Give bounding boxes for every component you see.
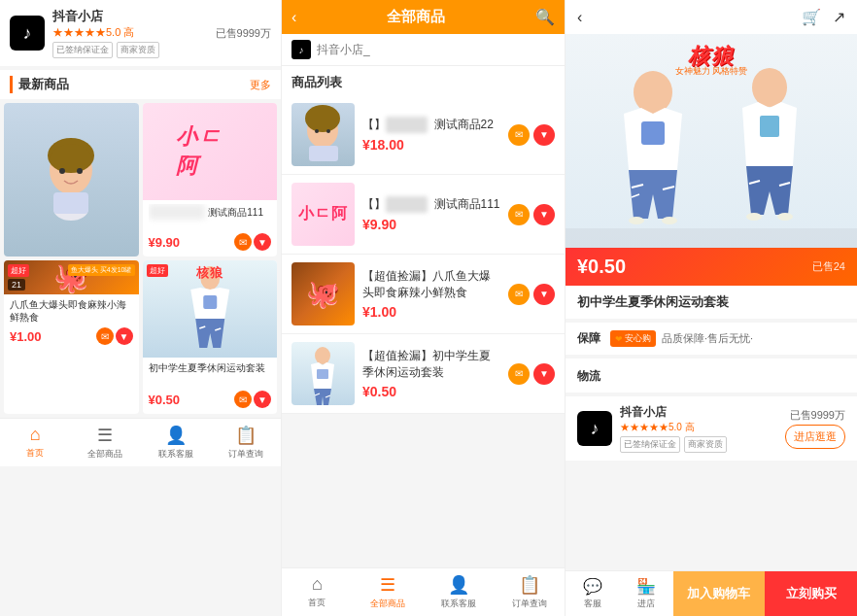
more-link[interactable]: 更多 — [250, 78, 271, 92]
product-card-1[interactable]: ██████测试商品22 ¥18.00 ✉ ▼ — [4, 103, 139, 257]
shop-name: 抖音小店 — [52, 8, 208, 25]
svg-point-13 — [326, 129, 330, 133]
list-mail-btn-2[interactable]: ✉ — [508, 204, 530, 225]
list-buy-btn-2[interactable]: ▼ — [533, 204, 555, 225]
share-icon[interactable]: ↗ — [833, 8, 845, 26]
list-buy-btn-1[interactable]: ▼ — [533, 124, 555, 146]
panel-all-products: ‹ 全部商品 🔍 ♪ 商品列表 【】████ 测试商品22 — [282, 0, 566, 616]
all-products-header: ‹ 全部商品 🔍 — [282, 0, 565, 34]
logistics-title: 物流 — [577, 369, 600, 383]
list-name-1: 【】████ 测试商品22 — [362, 117, 500, 133]
list-item-2[interactable]: 小ㄷ阿 【】████ 测试商品111 ¥9.90 ✉ ▼ — [282, 175, 565, 255]
add-to-cart-button[interactable]: 加入购物车 — [673, 571, 766, 616]
list-name-2: 【】████ 测试商品111 — [362, 196, 500, 213]
nav-all-2[interactable]: ☰ 全部商品 — [353, 572, 424, 612]
svg-point-3 — [77, 168, 83, 174]
service-icon-2: 👤 — [448, 574, 469, 596]
detail-badge-2: 商家资质 — [684, 436, 727, 453]
brand-sub: 女神魅力 风格特赞 — [675, 65, 748, 78]
list-item-4[interactable]: 【超值捡漏】初中学生夏季休闲运动套装 ¥0.50 ✉ ▼ — [282, 334, 565, 414]
nav-label-home-1: 首页 — [26, 447, 44, 460]
add-cart-button-3[interactable]: ✉ — [96, 327, 114, 345]
list-buy-btn-4[interactable]: ▼ — [533, 363, 555, 385]
action-service-label: 客服 — [584, 598, 601, 610]
product-price-row-3: ¥1.00 ✉ ▼ — [10, 327, 133, 345]
home-icon-1: ⌂ — [30, 425, 41, 445]
detail-bottom-actions: 💬 客服 🏪 进店 加入购物车 立刻购买 — [566, 570, 857, 616]
detail-badge-1: 已签纳保证金 — [620, 436, 680, 453]
product-card-4[interactable]: 核狼 超好 初中学生夏季休闲运动套装 ¥0.50 ✉ ▼ — [143, 260, 278, 414]
guarantee-row: 保障 ❤ 安心购 品质保障·售后无忧· — [577, 330, 845, 347]
home-icon-2: ⌂ — [312, 574, 323, 595]
detail-product-name: 初中学生夏季休闲运动套装 — [566, 286, 857, 319]
search-icon[interactable]: 🔍 — [535, 8, 555, 26]
buy-button-4[interactable]: ▼ — [254, 391, 271, 408]
product-actions-3: ✉ ▼ — [96, 327, 133, 345]
search-input[interactable] — [317, 43, 555, 56]
buy-now-button[interactable]: 立刻购买 — [765, 571, 857, 616]
list-mail-btn-3[interactable]: ✉ — [508, 284, 530, 305]
list-price-3: ¥1.00 — [362, 304, 500, 320]
list-item-1[interactable]: 【】████ 测试商品22 ¥18.00 ✉ ▼ — [282, 95, 565, 175]
buy-button-2[interactable]: ▼ — [254, 233, 271, 251]
action-service[interactable]: 💬 客服 — [566, 571, 619, 616]
action-enter-label: 进店 — [637, 598, 655, 610]
list-img-1 — [291, 103, 355, 166]
nav-label-home-2: 首页 — [308, 597, 326, 609]
list-price-1: ¥18.00 — [362, 137, 500, 153]
buy-button-3[interactable]: ▼ — [116, 327, 133, 345]
list-mail-btn-4[interactable]: ✉ — [508, 363, 530, 385]
section-title: 最新商品 — [10, 76, 69, 93]
detail-back-icon[interactable]: ‹ — [577, 9, 582, 26]
product-card-2[interactable]: 小ㄷ阿 ██████测试商品111 ¥9.90 ✉ ▼ — [143, 103, 278, 257]
list-actions-1: ✉ ▼ — [508, 124, 555, 146]
svg-point-15 — [315, 347, 330, 364]
nav-label-orders-2: 订单查询 — [512, 598, 547, 610]
svg-point-26 — [752, 68, 787, 107]
product-name-2: ██████测试商品111 — [149, 204, 272, 229]
svg-rect-27 — [760, 116, 779, 137]
all-products-icon-1: ☰ — [97, 425, 113, 446]
cart-icon[interactable]: 🛒 — [802, 8, 821, 26]
detail-main-image: 核狼 女神魅力 风格特赞 — [566, 34, 857, 248]
panel-shop: ♪ 抖音小店 ★★★★★5.0 高 已签纳保证金 商家资质 已售9999万 最新… — [0, 0, 282, 616]
add-cart-button-2[interactable]: ✉ — [234, 233, 252, 251]
enter-shop-button[interactable]: 进店逛逛 — [785, 425, 845, 449]
orders-icon-1: 📋 — [235, 425, 257, 446]
shop-stars: ★★★★★5.0 高 — [52, 25, 208, 40]
nav-label-service-2: 联系客服 — [441, 598, 476, 610]
add-cart-button-4[interactable]: ✉ — [234, 391, 252, 408]
svg-point-30 — [746, 213, 762, 221]
product-name-3: 八爪鱼大爆头即食麻辣小海鲜熟食 — [10, 298, 133, 324]
shop-badges: 已签纳保证金 商家资质 — [52, 42, 208, 58]
nav-orders-2[interactable]: 📋 订单查询 — [494, 572, 565, 612]
back-arrow-icon[interactable]: ‹ — [291, 9, 296, 26]
product-info-2: ██████测试商品111 ¥9.90 ✉ ▼ — [143, 200, 278, 257]
detail-shop-badges: 已签纳保证金 商家资质 — [620, 436, 777, 453]
list-buy-btn-3[interactable]: ▼ — [533, 284, 555, 305]
svg-point-12 — [315, 129, 319, 133]
nav-home-1[interactable]: ⌂ 首页 — [0, 423, 70, 462]
nav-service-2[interactable]: 👤 联系客服 — [424, 572, 495, 612]
nav-home-2[interactable]: ⌂ 首页 — [282, 572, 353, 612]
svg-point-11 — [305, 105, 340, 132]
product-card-3[interactable]: 🐙 超好 21 鱼大爆头 买4发10罐 八爪鱼大爆头即食麻辣小海鲜熟食 ¥1.0… — [4, 260, 139, 414]
nav-label-all-1: 全部商品 — [87, 448, 122, 461]
detail-shop-sales: 已售9999万 — [790, 408, 845, 423]
bottom-nav-2: ⌂ 首页 ☰ 全部商品 👤 联系客服 📋 订单查询 — [282, 567, 565, 616]
product-price-4: ¥0.50 — [149, 393, 181, 407]
list-item-3[interactable]: 🐙 【超值捡漏】八爪鱼大爆头即食麻辣小鲜熟食 ¥1.00 ✉ ▼ — [282, 255, 565, 334]
detail-price: ¥0.50 — [577, 256, 626, 278]
customer-service-icon: 💬 — [583, 577, 602, 596]
product-info-4: 初中学生夏季休闲运动套装 ¥0.50 ✉ ▼ — [143, 358, 278, 414]
action-enter-shop[interactable]: 🏪 进店 — [619, 571, 672, 616]
nav-orders-1[interactable]: 📋 订单查询 — [211, 423, 281, 462]
nav-all-1[interactable]: ☰ 全部商品 — [70, 423, 140, 462]
svg-rect-18 — [317, 369, 328, 379]
nav-service-1[interactable]: 👤 联系客服 — [141, 423, 211, 462]
guarantee-text: 品质保障·售后无忧· — [662, 331, 753, 346]
list-mail-btn-1[interactable]: ✉ — [508, 124, 530, 146]
shop-header: ♪ 抖音小店 ★★★★★5.0 高 已签纳保证金 商家资质 已售9999万 — [0, 0, 281, 66]
list-img-2: 小ㄷ阿 — [291, 183, 355, 246]
svg-rect-9 — [203, 295, 217, 309]
